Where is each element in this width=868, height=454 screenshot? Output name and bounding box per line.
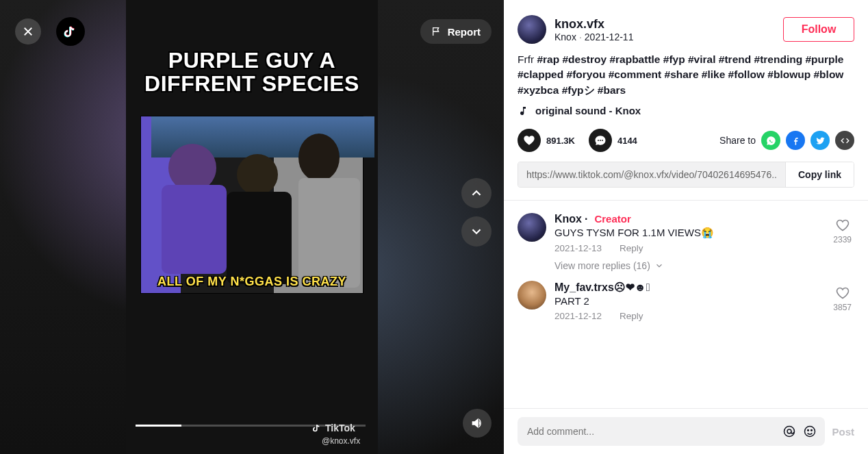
share-embed-icon[interactable] [835,131,854,150]
share-block: Share to [719,131,854,150]
author-avatar[interactable] [518,15,546,44]
hashtag[interactable]: #clapped [518,68,563,80]
comment-author[interactable]: My_fav.trxs☹︎❤︎☻𓆩 [554,281,854,294]
hashtag[interactable]: #trend [719,53,751,65]
hashtag[interactable]: #like [702,68,725,80]
post-button[interactable]: Post [832,426,854,438]
svg-point-7 [811,430,813,431]
share-link-input[interactable] [518,162,785,187]
svg-point-2 [602,140,603,141]
prev-video-button[interactable] [461,178,492,208]
hashtag[interactable]: #viral [688,53,716,65]
comment-like-button[interactable]: 3857 [833,286,852,312]
comment-stat: 4144 [589,129,637,152]
stats-row: 891.3K 4144 Share to [504,116,868,152]
comment-author[interactable]: Knox·Creator [554,213,854,225]
hashtag[interactable]: #bars [598,84,626,96]
hashtag[interactable]: #xyzbca [518,84,559,96]
follow-button[interactable]: Follow [783,17,854,42]
hashtag[interactable]: #comment [609,68,662,80]
comment-date: 2021-12-13 [554,243,602,253]
hashtag[interactable]: #blowup [767,68,810,80]
comment-composer: Post [504,408,868,454]
share-link-row: Copy link [518,162,854,188]
comment-field-wrapper [518,417,825,446]
hashtag[interactable]: #rap [537,53,559,65]
svg-point-0 [598,140,599,141]
video-pane: PURPLE GUY A DIFFRENT SPECIES ALL OF MY … [0,0,504,454]
report-button[interactable]: Report [420,19,492,44]
report-label: Report [448,26,481,38]
hashtag[interactable]: #share [665,68,699,80]
comment-meta: 2021-12-12 Reply [554,311,854,321]
meme-title-line2: DIFFRENT SPECIES [144,73,359,96]
tiktok-watermark: TikTok [311,423,355,433]
music-label: original sound - Knox [535,105,641,116]
comment-avatar[interactable] [518,281,546,310]
view-replies-button[interactable]: View more replies (16) [554,260,868,271]
comment-avatar[interactable] [518,213,546,242]
svg-point-1 [600,140,601,141]
hashtag[interactable]: #follow [728,68,765,80]
meme-caption: ALL OF MY N*GGAS IS CRAZY [141,275,363,289]
comment-button[interactable] [589,129,612,152]
hashtag[interactable]: #purple [805,53,843,65]
like-button[interactable] [518,129,541,152]
hashtag[interactable]: #destroy [562,53,607,65]
hashtag[interactable]: #trending [754,53,803,65]
share-twitter-icon[interactable] [810,131,830,150]
hashtag[interactable]: #rapbattle [609,53,660,65]
meme-frame: ALL OF MY N*GGAS IS CRAZY [140,116,363,294]
author-header: knox.vfx Knox·2021-12-11 Follow [504,0,868,44]
svg-point-6 [808,430,809,431]
author-display-name[interactable]: Knox [554,31,576,42]
svg-point-5 [805,427,815,437]
meme-title-line1: PURPLE GUY A [144,49,359,73]
like-count: 891.3K [546,136,575,146]
detail-pane: knox.vfx Knox·2021-12-11 Follow Frfr #ra… [504,0,868,454]
author-username[interactable]: knox.vfx [554,17,775,31]
video-caption: Frfr #rap #destroy #rapbattle #fyp #vira… [504,44,868,98]
watermark-handle: @knox.vfx [322,436,360,446]
like-stat: 891.3K [518,129,575,152]
author-subline: Knox·2021-12-11 [554,31,775,42]
comment-meta: 2021-12-13 Reply [554,243,854,253]
meme-title: PURPLE GUY A DIFFRENT SPECIES [144,49,359,95]
share-facebook-icon[interactable] [786,131,805,150]
comment-date: 2021-12-12 [554,311,602,321]
emoji-icon[interactable] [802,423,818,440]
video-column[interactable]: PURPLE GUY A DIFFRENT SPECIES ALL OF MY … [126,0,378,454]
comment-reply-button[interactable]: Reply [620,243,643,253]
share-whatsapp-icon[interactable] [761,131,780,150]
comment-count: 4144 [617,136,637,146]
creator-badge: Creator [594,213,630,225]
comment-like-count: 2339 [833,235,852,244]
comment-item: Knox·Creator GUYS TYSM FOR 1.1M VIEWS😭 2… [504,206,868,253]
hashtag[interactable]: #blow [813,68,843,80]
music-row[interactable]: original sound - Knox [504,98,868,116]
copy-link-button[interactable]: Copy link [785,162,854,187]
comments-list[interactable]: Knox·Creator GUYS TYSM FOR 1.1M VIEWS😭 2… [504,201,868,408]
comment-reply-button[interactable]: Reply [620,311,643,321]
next-video-button[interactable] [461,216,492,247]
comment-text: GUYS TYSM FOR 1.1M VIEWS😭 [554,227,854,239]
volume-button[interactable] [463,409,492,438]
mention-icon[interactable] [781,423,797,440]
close-button[interactable] [15,18,41,45]
hashtag[interactable]: #fyp [663,53,685,65]
hashtag[interactable]: #fypシ [562,84,595,96]
post-date: 2021-12-11 [585,31,634,42]
share-label: Share to [719,135,756,146]
svg-point-3 [784,427,795,437]
comment-like-count: 3857 [833,303,852,312]
comment-text: PART 2 [554,295,854,307]
hashtag[interactable]: #foryou [567,68,606,80]
caption-lead: Frfr [518,53,537,65]
comment-input[interactable] [527,426,777,437]
comment-item: My_fav.trxs☹︎❤︎☻𓆩 PART 2 2021-12-12 Repl… [504,274,868,321]
tiktok-logo[interactable] [56,17,85,46]
svg-point-4 [788,429,792,433]
comment-like-button[interactable]: 2339 [833,218,852,244]
